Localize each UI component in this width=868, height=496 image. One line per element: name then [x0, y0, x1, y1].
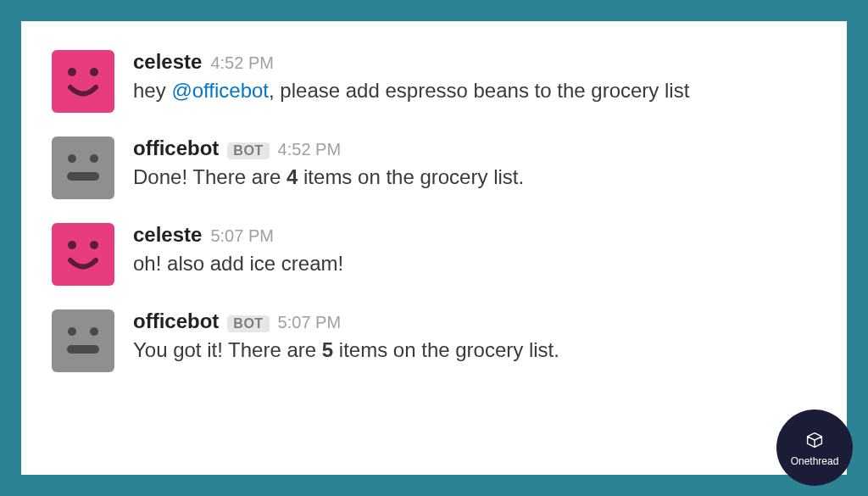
text-before: You got it! There are: [133, 338, 322, 361]
username[interactable]: celeste: [133, 223, 202, 247]
svg-rect-4: [67, 172, 99, 181]
message-row: celeste 4:52 PM hey @officebot, please a…: [52, 50, 816, 113]
username[interactable]: celeste: [133, 50, 202, 74]
onethread-cube-icon: [803, 428, 826, 452]
svg-point-0: [68, 68, 76, 76]
message-content: officebot BOT 4:52 PM Done! There are 4 …: [133, 137, 524, 191]
text-after: items on the grocery list.: [333, 338, 559, 361]
message-header: officebot BOT 4:52 PM: [133, 137, 524, 160]
svg-point-8: [90, 327, 98, 336]
svg-point-7: [68, 327, 76, 336]
message-content: celeste 5:07 PM oh! also add ice cream!: [133, 223, 343, 277]
message-body: oh! also add ice cream!: [133, 250, 343, 277]
bot-badge: BOT: [227, 142, 269, 159]
message-content: celeste 4:52 PM hey @officebot, please a…: [133, 50, 689, 104]
avatar-robot-icon: [52, 137, 114, 199]
message-header: officebot BOT 5:07 PM: [133, 309, 559, 333]
svg-point-2: [68, 154, 76, 163]
bold-count: 5: [322, 338, 333, 361]
text-after: , please add espresso beans to the groce…: [269, 79, 689, 102]
brand-badge[interactable]: Onethread: [776, 410, 853, 486]
svg-point-1: [90, 68, 98, 76]
message-body: Done! There are 4 items on the grocery l…: [133, 164, 524, 191]
brand-name: Onethread: [791, 455, 839, 467]
text-before: hey: [133, 79, 171, 102]
chat-panel: celeste 4:52 PM hey @officebot, please a…: [21, 21, 847, 475]
bold-count: 4: [287, 165, 298, 188]
message-body: hey @officebot, please add espresso bean…: [133, 77, 689, 104]
avatar-officebot[interactable]: [52, 137, 114, 199]
message-row: officebot BOT 4:52 PM Done! There are 4 …: [52, 137, 816, 199]
message-header: celeste 5:07 PM: [133, 223, 343, 247]
bot-badge: BOT: [227, 315, 269, 332]
avatar-face-icon: [52, 223, 114, 286]
avatar-celeste[interactable]: [52, 223, 114, 286]
username[interactable]: officebot: [133, 309, 219, 333]
message-body: You got it! There are 5 items on the gro…: [133, 337, 559, 364]
avatar-robot-icon: [52, 309, 114, 372]
svg-point-3: [90, 154, 98, 163]
message-row: officebot BOT 5:07 PM You got it! There …: [52, 309, 816, 372]
avatar-face-icon: [52, 50, 114, 113]
timestamp: 4:52 PM: [210, 53, 273, 73]
timestamp: 4:52 PM: [278, 140, 341, 159]
message-content: officebot BOT 5:07 PM You got it! There …: [133, 309, 559, 364]
mention-officebot[interactable]: @officebot: [171, 79, 269, 102]
timestamp: 5:07 PM: [278, 313, 341, 332]
svg-rect-9: [67, 345, 99, 354]
svg-point-6: [90, 241, 98, 249]
text-plain: oh! also add ice cream!: [133, 252, 343, 275]
message-row: celeste 5:07 PM oh! also add ice cream!: [52, 223, 816, 286]
avatar-celeste[interactable]: [52, 50, 114, 113]
timestamp: 5:07 PM: [210, 226, 273, 246]
username[interactable]: officebot: [133, 137, 219, 160]
text-after: items on the grocery list.: [298, 165, 524, 188]
message-header: celeste 4:52 PM: [133, 50, 689, 74]
svg-point-5: [68, 241, 76, 249]
avatar-officebot[interactable]: [52, 309, 114, 372]
text-before: Done! There are: [133, 165, 287, 188]
